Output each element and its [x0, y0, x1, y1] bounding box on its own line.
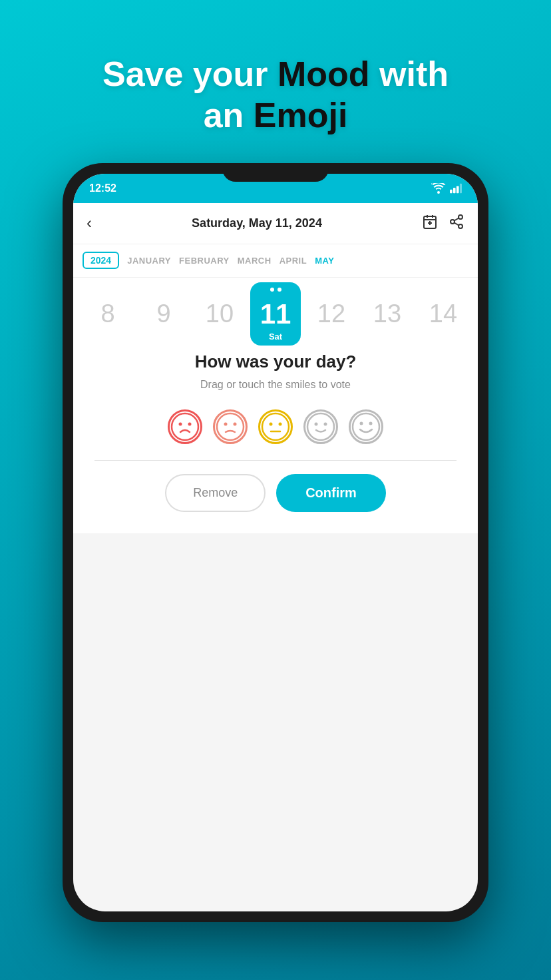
- signal-icon: [450, 183, 462, 194]
- svg-rect-2: [457, 186, 459, 193]
- day-8[interactable]: 8: [83, 300, 133, 328]
- day-strip: 8 9 10 11 Sat 12 13 14: [73, 278, 478, 351]
- day-11-selected[interactable]: 11 Sat: [250, 282, 301, 346]
- remove-button[interactable]: Remove: [165, 474, 266, 512]
- emoji-row: [94, 409, 457, 444]
- phone-screen: 12:52 ‹ Satur: [73, 174, 478, 911]
- modal-divider: [94, 460, 457, 461]
- svg-point-35: [324, 422, 327, 425]
- wifi-icon: [431, 183, 446, 194]
- svg-point-36: [353, 413, 379, 440]
- phone-frame: 12:52 ‹ Satur: [63, 163, 488, 922]
- svg-point-34: [315, 422, 318, 425]
- svg-point-38: [369, 421, 373, 425]
- hero-line1: Save your Mood with: [102, 55, 449, 93]
- button-row: Remove Confirm: [94, 474, 457, 512]
- phone-notch: [222, 163, 329, 182]
- svg-rect-3: [460, 184, 462, 193]
- top-nav: ‹ Saturday, May 11, 2024: [73, 203, 478, 244]
- day-9[interactable]: 9: [138, 300, 189, 328]
- svg-point-10: [459, 215, 462, 219]
- year-badge[interactable]: 2024: [83, 252, 119, 269]
- month-april[interactable]: APRIL: [279, 256, 307, 266]
- hero-emoji-word: Emoji: [254, 96, 348, 134]
- day-14[interactable]: 14: [418, 300, 468, 328]
- month-march[interactable]: MARCH: [238, 256, 272, 266]
- svg-point-31: [279, 422, 282, 425]
- svg-rect-1: [453, 188, 456, 193]
- back-button[interactable]: ‹: [87, 214, 92, 232]
- svg-point-28: [234, 422, 237, 425]
- day-10[interactable]: 10: [194, 300, 245, 328]
- status-time: 12:52: [89, 182, 116, 194]
- svg-point-23: [172, 413, 198, 440]
- month-tabs: 2024 JANUARY FEBRUARY MARCH APRIL MAY: [73, 244, 478, 278]
- mood-modal: How was your day? Drag or touch the smil…: [73, 351, 478, 533]
- emoji-sad[interactable]: [168, 409, 202, 444]
- svg-point-33: [307, 413, 334, 440]
- modal-subtitle: Drag or touch the smiles to vote: [94, 379, 457, 391]
- share-icon[interactable]: [449, 214, 464, 233]
- nav-title: Saturday, May 11, 2024: [192, 216, 322, 230]
- svg-line-14: [455, 218, 459, 220]
- svg-rect-0: [450, 190, 453, 193]
- calendar-icon[interactable]: [422, 214, 438, 233]
- content-area: View on t... My ...stre... I'm ...: [73, 351, 478, 533]
- emoji-happy[interactable]: [349, 409, 383, 444]
- svg-point-11: [451, 220, 455, 224]
- svg-point-30: [270, 422, 273, 425]
- confirm-button[interactable]: Confirm: [276, 474, 386, 512]
- month-may[interactable]: MAY: [315, 256, 334, 266]
- month-january[interactable]: JANUARY: [127, 256, 171, 266]
- svg-line-13: [455, 222, 459, 225]
- day-12[interactable]: 12: [306, 300, 357, 328]
- modal-title: How was your day?: [94, 352, 457, 372]
- svg-point-25: [188, 422, 192, 425]
- hero-mood-word: Mood: [277, 55, 370, 93]
- day-13[interactable]: 13: [362, 300, 413, 328]
- hero-line2: an Emoji: [204, 96, 348, 134]
- emoji-slightly-happy[interactable]: [303, 409, 338, 444]
- svg-point-27: [224, 422, 228, 425]
- emoji-neutral[interactable]: [258, 409, 293, 444]
- svg-point-29: [262, 413, 289, 440]
- modal-overlay: How was your day? Drag or touch the smil…: [73, 351, 478, 533]
- phone-wrapper: 12:52 ‹ Satur: [63, 163, 488, 922]
- svg-point-37: [360, 421, 363, 425]
- emoji-slightly-sad[interactable]: [213, 409, 248, 444]
- svg-point-12: [459, 224, 462, 228]
- nav-actions: [422, 214, 464, 233]
- svg-point-26: [217, 413, 244, 440]
- hero-section: Save your Mood with an Emoji: [102, 53, 449, 136]
- svg-point-24: [179, 422, 182, 425]
- month-february[interactable]: FEBRUARY: [179, 256, 230, 266]
- status-icons: [431, 183, 462, 194]
